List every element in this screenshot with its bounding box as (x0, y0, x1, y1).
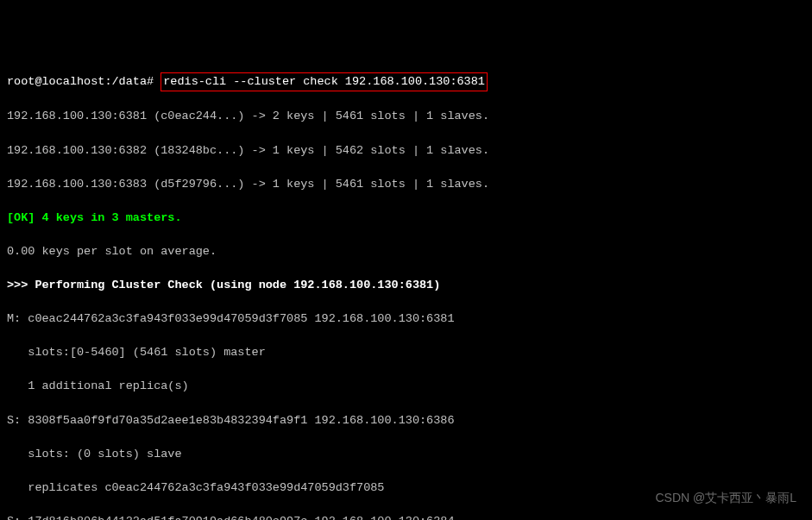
terminal-output: 192.168.100.130:6382 (183248bc...) -> 1 … (7, 142, 805, 160)
node-info: S: 17d816b806b44122ad51fa70919ad66b480c9… (7, 513, 805, 520)
node-info: 1 additional replica(s) (7, 378, 805, 395)
node-info: S: 8308f5aa0f9fd70a35d2aee1e83b4832394fa… (7, 412, 805, 429)
watermark: CSDN @艾卡西亚丶暴雨L (655, 489, 796, 506)
section-header: >>> Performing Cluster Check (using node… (7, 277, 805, 294)
shell-prompt: root@localhost:/data# (7, 75, 161, 88)
terminal-output: 192.168.100.130:6383 (d5f29796...) -> 1 … (7, 176, 805, 193)
node-info: slots:[0-5460] (5461 slots) master (7, 344, 805, 361)
terminal-output: 192.168.100.130:6381 (c0eac244...) -> 2 … (7, 108, 805, 125)
node-info: M: c0eac244762a3c3fa943f033e99d47059d3f7… (7, 310, 805, 328)
terminal-output: 0.00 keys per slot on average. (7, 243, 805, 260)
terminal-line-cmd[interactable]: root@localhost:/data# redis-cli --cluste… (7, 72, 805, 91)
node-info: slots: (0 slots) slave (7, 446, 805, 463)
ok-status: [OK] 4 keys in 3 masters. (7, 210, 805, 227)
command-text: redis-cli --cluster check 192.168.100.13… (161, 72, 488, 91)
